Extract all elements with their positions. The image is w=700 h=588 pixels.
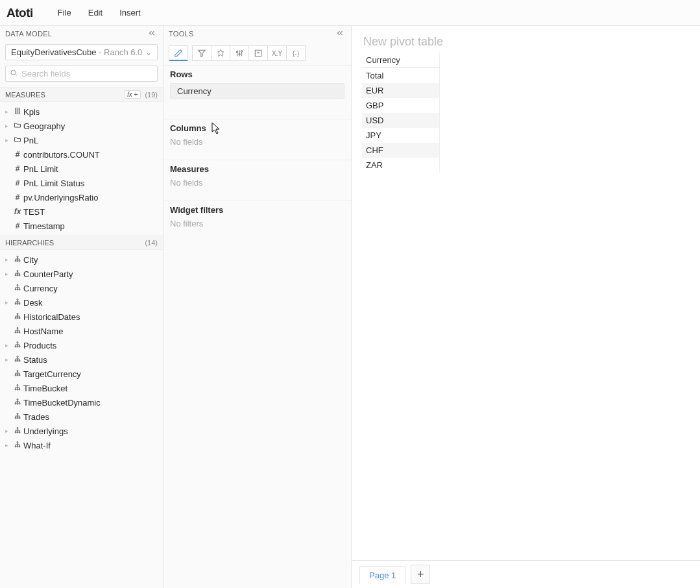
cube-name: EquityDerivativesCube	[11, 47, 97, 57]
svg-point-59	[15, 446, 16, 447]
svg-point-27	[15, 332, 16, 333]
filters-empty: No filters	[170, 219, 344, 228]
collapse-tools-icon[interactable]	[335, 29, 344, 40]
measure-row[interactable]: #PnL Limit	[0, 162, 163, 176]
tool-tab-sliders[interactable]	[230, 45, 249, 61]
svg-point-6	[17, 256, 18, 257]
add-page-button[interactable]: +	[411, 565, 430, 584]
hierarchy-row[interactable]: ▸Desk	[0, 295, 163, 310]
hierarchy-row[interactable]: ▸City	[0, 252, 163, 267]
measure-type-icon: fx	[12, 207, 23, 216]
pivot-row[interactable]: JPY	[362, 128, 439, 143]
hierarchy-row[interactable]: ▸Status	[0, 352, 163, 367]
measure-label: PnL	[23, 136, 38, 145]
svg-point-32	[17, 346, 18, 347]
tool-tab-format[interactable]	[211, 45, 230, 61]
svg-point-51	[15, 417, 16, 419]
hierarchy-row[interactable]: ▸Underlyings	[0, 424, 163, 438]
hierarchy-label: TimeBucket	[23, 384, 67, 393]
hierarchy-row[interactable]: HistoricalDates	[0, 310, 163, 324]
pivot-row[interactable]: CHF	[362, 143, 439, 158]
pivot-row[interactable]: USD	[362, 113, 439, 128]
pivot-title[interactable]: New pivot table	[352, 26, 700, 53]
measure-row[interactable]: ▸PnL	[0, 133, 163, 147]
svg-point-68	[241, 51, 242, 52]
hierarchy-label: Underlyings	[23, 426, 68, 436]
hierarchy-row[interactable]: ▸What-If	[0, 438, 163, 452]
svg-point-53	[19, 417, 20, 419]
fx-add-button[interactable]: fx +	[124, 90, 141, 99]
hierarchy-row[interactable]: TimeBucket	[0, 381, 163, 395]
measures-section-bar: MEASURES fx + (19)	[0, 87, 163, 102]
menu-insert[interactable]: Insert	[119, 8, 141, 18]
columns-title: Columns	[170, 123, 344, 133]
svg-point-16	[17, 289, 18, 290]
caret-icon: ▸	[5, 271, 12, 277]
main-area: New pivot table Currency TotalEURGBPUSDJ…	[352, 26, 700, 588]
search-box[interactable]	[5, 66, 158, 82]
cube-suffix: - Ranch 6.0	[97, 47, 143, 57]
tool-tab-expand[interactable]	[248, 45, 268, 61]
cube-selector[interactable]: EquityDerivativesCube - Ranch 6.0 ⌄	[5, 44, 158, 60]
pivot-row[interactable]: ZAR	[362, 158, 439, 173]
columns-section: Columns No fields	[163, 119, 351, 160]
hierarchy-row[interactable]: TargetCurrency	[0, 367, 163, 381]
measure-row[interactable]: #pv.UnderlyingsRatio	[0, 190, 163, 204]
svg-rect-69	[255, 50, 261, 56]
hierarchy-label: TimeBucketDynamic	[23, 398, 101, 408]
search-input[interactable]	[20, 68, 153, 79]
hierarchy-label: HostName	[23, 326, 63, 336]
pivot-column-header[interactable]: Currency	[362, 53, 439, 68]
hierarchy-label: Status	[23, 355, 47, 365]
hierarchy-icon	[12, 298, 23, 308]
svg-point-0	[11, 70, 16, 75]
pivot-row[interactable]: GBP	[362, 98, 439, 113]
svg-point-31	[15, 346, 16, 347]
tool-tab-edit[interactable]	[169, 45, 188, 61]
measure-label: Timestamp	[23, 221, 65, 231]
measure-row[interactable]: ▸Geography	[0, 119, 163, 133]
pivot-row[interactable]: Total	[362, 68, 439, 83]
svg-point-35	[15, 360, 16, 361]
menu-edit[interactable]: Edit	[88, 8, 103, 18]
svg-point-42	[17, 384, 18, 386]
svg-point-28	[17, 332, 18, 333]
collapse-left-icon[interactable]	[147, 29, 156, 40]
measure-row[interactable]: #Timestamp	[0, 219, 163, 233]
measure-row[interactable]: #PnL Limit Status	[0, 176, 163, 190]
measures-config-title: Measures	[170, 164, 344, 174]
menu-file[interactable]: File	[58, 8, 71, 18]
tool-tab-json[interactable]: {-}	[286, 45, 306, 61]
measure-label: Geography	[23, 121, 65, 131]
page-tab-1[interactable]: Page 1	[359, 566, 405, 584]
measure-type-icon: #	[12, 178, 23, 188]
svg-point-25	[19, 317, 20, 319]
hierarchy-label: TargetCurrency	[23, 369, 81, 379]
pivot-row[interactable]: EUR	[362, 83, 439, 98]
svg-point-23	[15, 317, 16, 319]
svg-point-17	[19, 289, 20, 290]
hierarchy-icon	[12, 269, 23, 279]
measure-row[interactable]: fxTEST	[0, 204, 163, 219]
svg-point-40	[17, 374, 18, 376]
measure-row[interactable]: #contributors.COUNT	[0, 147, 163, 162]
rows-chip-currency[interactable]: Currency	[170, 83, 344, 99]
caret-icon: ▸	[5, 428, 12, 434]
hierarchy-row[interactable]: ▸CounterParty	[0, 267, 163, 281]
hierarchy-label: Products	[23, 341, 56, 350]
hierarchy-row[interactable]: HostName	[0, 324, 163, 338]
tool-tab-filter[interactable]	[192, 45, 211, 61]
hierarchy-icon	[12, 398, 23, 408]
svg-point-8	[17, 260, 18, 262]
hierarchy-row[interactable]: Currency	[0, 281, 163, 295]
svg-point-39	[15, 374, 16, 376]
measure-row[interactable]: ▸Kpis	[0, 104, 163, 119]
svg-point-41	[19, 374, 20, 376]
tool-tab-xy[interactable]: X.Y	[267, 45, 287, 61]
measure-type-icon: #	[12, 221, 23, 230]
hierarchy-row[interactable]: ▸Products	[0, 338, 163, 352]
svg-point-12	[17, 275, 18, 276]
hierarchy-row[interactable]: Trades	[0, 410, 163, 424]
hierarchy-row[interactable]: TimeBucketDynamic	[0, 395, 163, 410]
hierarchies-tree: ▸City▸CounterPartyCurrency▸DeskHistorica…	[0, 250, 163, 455]
